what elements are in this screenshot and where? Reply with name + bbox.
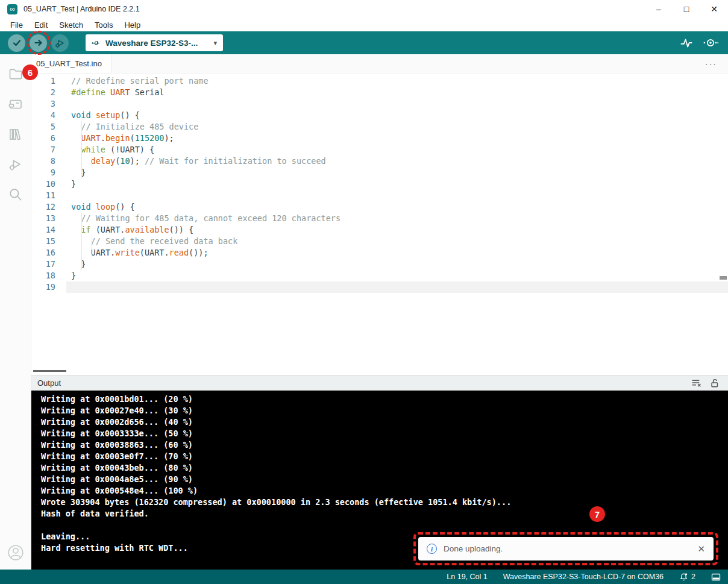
line-number: 10: [31, 178, 66, 190]
code-text: // Send the received data back: [66, 236, 728, 247]
annotation-step-7: 7: [589, 506, 605, 522]
indent-guide: [92, 236, 92, 259]
tabstrip: 05_UART_Test.ino ···: [31, 54, 728, 74]
sidebar-item-boards-manager[interactable]: [0, 89, 31, 119]
code-lines: 1// Redefine serial port name2#define UA…: [31, 75, 728, 293]
console-line: Writing at 0x0003e0f7... (70 %): [41, 451, 728, 462]
menu-help[interactable]: Help: [119, 20, 146, 30]
board-port-status[interactable]: Waveshare ESP32-S3-Touch-LCD-7 on COM36: [503, 573, 664, 581]
search-icon: [7, 186, 24, 203]
code-text: delay(10); // Wait for initialization to…: [66, 155, 728, 167]
arduino-logo-icon: ∞: [7, 4, 17, 14]
code-editor[interactable]: 1// Redefine serial port name2#define UA…: [31, 74, 728, 375]
upload-button[interactable]: [30, 34, 47, 52]
toggle-panel[interactable]: [711, 573, 721, 582]
arrow-right-icon: [34, 38, 43, 48]
code-line[interactable]: 18}: [31, 270, 728, 281]
code-line[interactable]: 6 UART.begin(115200);: [31, 133, 728, 144]
board-selector-label: Waveshare ESP32-S3-...: [105, 39, 198, 48]
close-button[interactable]: ✕: [700, 0, 728, 18]
debug-button[interactable]: [51, 34, 69, 52]
line-number: 19: [31, 281, 66, 293]
console-line: Writing at 0x000548e4... (100 %): [41, 485, 728, 497]
cursor-position[interactable]: Ln 19, Col 1: [447, 573, 487, 581]
done-uploading-toast: i Done uploading. ✕: [418, 537, 714, 560]
console-line: Hash of data verified.: [41, 508, 728, 520]
window-title: 05_UART_Test | Arduino IDE 2.2.1: [24, 5, 140, 13]
code-line[interactable]: 9 }: [31, 167, 728, 178]
horizontal-scrollbar-thumb[interactable]: [33, 370, 66, 372]
line-number: 4: [31, 110, 66, 121]
code-text: [66, 281, 728, 293]
code-line[interactable]: 13 // Waiting for 485 data, cannot excee…: [31, 213, 728, 224]
indent-guide: [81, 121, 82, 178]
code-text: void setup() {: [66, 110, 728, 121]
output-panel-title: Output: [37, 378, 61, 388]
sidebar-item-library-manager[interactable]: [0, 119, 31, 149]
sidebar-item-account[interactable]: [0, 536, 31, 570]
lock-open-icon[interactable]: [710, 378, 720, 388]
code-line[interactable]: 15 // Send the received data back: [31, 236, 728, 247]
line-number: 5: [31, 121, 66, 133]
bell-icon: [679, 573, 688, 582]
line-number: 9: [31, 167, 66, 178]
menu-sketch[interactable]: Sketch: [54, 20, 89, 30]
indent-guide: [81, 213, 82, 270]
indent-guide: [92, 155, 92, 167]
code-line[interactable]: 10}: [31, 178, 728, 190]
code-text: void loop() {: [66, 201, 728, 213]
notifications[interactable]: 2: [679, 573, 695, 582]
code-line[interactable]: 5 // Initialize 485 device: [31, 121, 728, 133]
menu-file[interactable]: File: [5, 20, 29, 30]
code-text: }: [66, 270, 728, 281]
notification-count: 2: [691, 573, 695, 581]
code-text: }: [66, 178, 728, 190]
console-line: Writing at 0x00043beb... (80 %): [41, 462, 728, 474]
code-text: UART.begin(115200);: [66, 133, 728, 144]
menubar: File Edit Sketch Tools Help: [0, 18, 728, 31]
editor-panel: 05_UART_Test.ino ··· 1// Redefine serial…: [31, 54, 728, 570]
code-line[interactable]: 11: [31, 190, 728, 201]
verify-button[interactable]: [8, 34, 25, 52]
code-text: if (UART.available()) {: [66, 224, 728, 236]
maximize-button[interactable]: □: [673, 0, 700, 18]
code-line[interactable]: 12void loop() {: [31, 201, 728, 213]
tab-sketch-file[interactable]: 05_UART_Test.ino: [31, 54, 112, 73]
sidebar-item-debug[interactable]: [0, 149, 31, 180]
code-line[interactable]: 1// Redefine serial port name: [31, 75, 728, 87]
line-number: 16: [31, 247, 66, 259]
main-area: 05_UART_Test.ino ··· 1// Redefine serial…: [0, 54, 728, 570]
console-line: Writing at 0x0004a8e5... (90 %): [41, 474, 728, 485]
console-line: Writing at 0x0001bd01... (20 %): [41, 394, 728, 405]
line-number: 12: [31, 201, 66, 213]
code-line[interactable]: 8 delay(10); // Wait for initialization …: [31, 155, 728, 167]
serial-monitor-icon[interactable]: [703, 37, 718, 49]
code-line[interactable]: 7 while (!UART) {: [31, 144, 728, 155]
line-number: 14: [31, 224, 66, 236]
code-line[interactable]: 14 if (UART.available()) {: [31, 224, 728, 236]
console-line: Writing at 0x00027e40... (30 %): [41, 405, 728, 416]
books-icon: [7, 126, 24, 143]
line-number: 3: [31, 98, 66, 110]
more-actions-icon[interactable]: ···: [705, 59, 728, 69]
board-selector[interactable]: Waveshare ESP32-S3-... ▾: [86, 34, 223, 51]
minimize-button[interactable]: –: [645, 0, 673, 18]
info-icon: i: [427, 544, 437, 554]
serial-plotter-icon[interactable]: [680, 37, 693, 49]
menu-edit[interactable]: Edit: [29, 20, 54, 30]
code-line[interactable]: 19: [31, 281, 728, 293]
code-line[interactable]: 3: [31, 98, 728, 110]
vertical-scrollbar-thumb[interactable]: [720, 276, 727, 280]
console-line: Writing at 0x0002d656... (40 %): [41, 416, 728, 428]
code-line[interactable]: 4void setup() {: [31, 110, 728, 121]
clear-output-icon[interactable]: [691, 378, 701, 388]
code-line[interactable]: 16 UART.write(UART.read());: [31, 247, 728, 259]
sidebar-item-search[interactable]: [0, 180, 31, 210]
menu-tools[interactable]: Tools: [89, 20, 119, 30]
code-line[interactable]: 2#define UART Serial: [31, 87, 728, 98]
toolbar: Waveshare ESP32-S3-... ▾: [0, 31, 728, 54]
code-line[interactable]: 17 }: [31, 259, 728, 270]
code-text: }: [66, 259, 728, 270]
toast-close-icon[interactable]: ✕: [697, 544, 705, 554]
console-lines: Writing at 0x0001bd01... (20 %)Writing a…: [41, 394, 728, 554]
